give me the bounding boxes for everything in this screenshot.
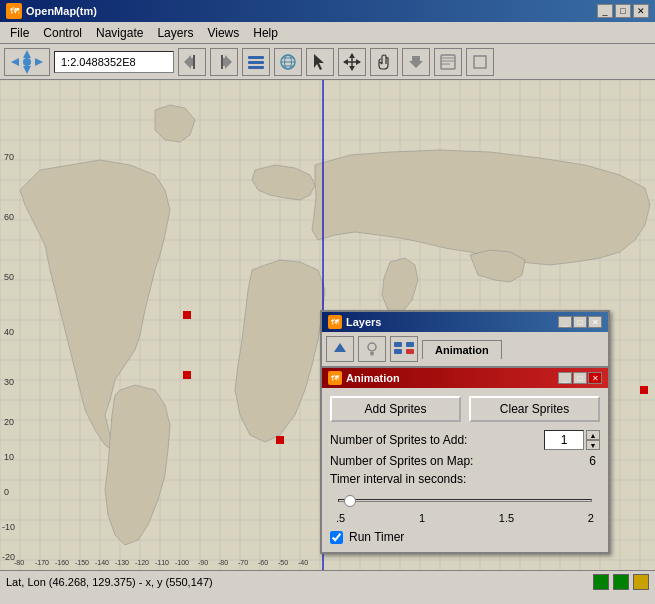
status-text: Lat, Lon (46.268, 129.375) - x, y (550,1… [6, 576, 213, 588]
animation-icon: 🗺 [328, 371, 342, 385]
svg-marker-19 [314, 54, 324, 70]
svg-rect-126 [406, 342, 414, 347]
svg-text:60: 60 [4, 212, 14, 222]
svg-marker-2 [11, 58, 19, 66]
run-timer-checkbox[interactable] [330, 531, 343, 544]
svg-text:-160: -160 [55, 559, 69, 566]
svg-marker-120 [334, 343, 346, 352]
zoom-value: 1:2.0488352E8 [61, 56, 136, 68]
menu-navigate[interactable]: Navigate [90, 24, 149, 42]
slider-track [338, 499, 592, 502]
layers-panel-minimize[interactable]: _ [558, 316, 572, 328]
status-indicator-2 [613, 574, 629, 590]
slider-labels: .5 1 1.5 2 [330, 512, 600, 524]
layers-button[interactable] [242, 48, 270, 76]
add-sprites-button[interactable]: Add Sprites [330, 396, 461, 422]
status-indicator-1 [593, 574, 609, 590]
svg-text:-120: -120 [135, 559, 149, 566]
spin-up[interactable]: ▲ [586, 430, 600, 440]
run-timer-row: Run Timer [330, 530, 600, 544]
svg-rect-30 [474, 56, 486, 68]
num-sprites-value: 1 [544, 430, 584, 450]
menu-views[interactable]: Views [201, 24, 245, 42]
svg-text:50: 50 [4, 272, 14, 282]
svg-text:-40: -40 [298, 559, 308, 566]
nav-back-button[interactable] [178, 48, 206, 76]
layers-panel-title: Layers [346, 316, 558, 328]
svg-marker-24 [343, 59, 348, 65]
slider-label-mid2: 1.5 [499, 512, 514, 524]
svg-point-4 [23, 58, 31, 66]
title-bar: 🗺 OpenMap(tm) _ □ ✕ [0, 0, 655, 22]
app-icon: 🗺 [6, 3, 22, 19]
slider-thumb[interactable] [344, 495, 356, 507]
timer-slider-section: Timer interval in seconds: .5 1 1.5 2 [330, 472, 600, 524]
svg-marker-5 [184, 55, 191, 69]
layers-light-button[interactable] [358, 336, 386, 362]
svg-text:0: 0 [4, 487, 9, 497]
svg-text:-70: -70 [238, 559, 248, 566]
animation-title: Animation [346, 372, 558, 384]
animation-minimize[interactable]: _ [558, 372, 572, 384]
nav-forward-button[interactable] [210, 48, 238, 76]
minimize-button[interactable]: _ [597, 4, 613, 18]
svg-marker-23 [349, 66, 355, 71]
layers-animation-tab[interactable]: Animation [422, 340, 502, 359]
maximize-button[interactable]: □ [615, 4, 631, 18]
svg-rect-104 [640, 386, 648, 394]
svg-marker-8 [225, 55, 232, 69]
svg-text:20: 20 [4, 417, 14, 427]
menu-file[interactable]: File [4, 24, 35, 42]
menu-help[interactable]: Help [247, 24, 284, 42]
svg-rect-123 [371, 354, 374, 356]
animation-body: Add Sprites Clear Sprites Number of Spri… [322, 388, 608, 552]
svg-marker-22 [349, 53, 355, 58]
pan-tool-button[interactable] [402, 48, 430, 76]
nav-cluster-icon[interactable] [4, 48, 50, 76]
animation-maximize[interactable]: □ [573, 372, 587, 384]
svg-rect-127 [406, 349, 414, 354]
svg-rect-9 [223, 58, 225, 66]
select-tool-button[interactable] [306, 48, 334, 76]
hand-tool-button[interactable] [370, 48, 398, 76]
slider-label-max: 2 [588, 512, 594, 524]
close-button[interactable]: ✕ [633, 4, 649, 18]
menu-layers[interactable]: Layers [151, 24, 199, 42]
num-sprites-spinner[interactable]: ▲ ▼ [586, 430, 600, 450]
move-tool-button[interactable] [338, 48, 366, 76]
svg-text:-130: -130 [115, 559, 129, 566]
menu-control[interactable]: Control [37, 24, 88, 42]
layers-panel-title-bar: 🗺 Layers _ □ ✕ [322, 312, 608, 332]
svg-text:-110: -110 [155, 559, 169, 566]
layers-panel-maximize[interactable]: □ [573, 316, 587, 328]
svg-text:-100: -100 [175, 559, 189, 566]
layers-up-button[interactable] [326, 336, 354, 362]
status-indicator-3 [633, 574, 649, 590]
run-timer-label[interactable]: Run Timer [349, 530, 404, 544]
svg-rect-7 [193, 55, 195, 69]
svg-text:-170: -170 [35, 559, 49, 566]
layers-panel-close[interactable]: ✕ [588, 316, 602, 328]
layers-toolbar: Animation [322, 332, 608, 367]
svg-text:-60: -60 [258, 559, 268, 566]
spin-down[interactable]: ▼ [586, 440, 600, 450]
animation-title-bar: 🗺 Animation _ □ ✕ [322, 368, 608, 388]
globe-button[interactable] [274, 48, 302, 76]
svg-rect-12 [248, 61, 264, 64]
map-area[interactable]: 70 60 50 40 30 20 10 0 -10 -20 [0, 80, 655, 570]
svg-text:-150: -150 [75, 559, 89, 566]
svg-text:-80: -80 [14, 559, 24, 566]
animation-panel: 🗺 Animation _ □ ✕ Add Sprites Clear Spri… [322, 367, 608, 552]
zoom-display: 1:2.0488352E8 [54, 51, 174, 73]
layers-panel-icon: 🗺 [328, 315, 342, 329]
num-sprites-label: Number of Sprites to Add: [330, 433, 544, 447]
timer-slider-container[interactable] [330, 490, 600, 510]
animation-close[interactable]: ✕ [588, 372, 602, 384]
svg-rect-122 [370, 352, 374, 354]
slider-label-min: .5 [336, 512, 345, 524]
shape-button[interactable] [466, 48, 494, 76]
clear-sprites-button[interactable]: Clear Sprites [469, 396, 600, 422]
info-button[interactable] [434, 48, 462, 76]
layers-icon-button[interactable] [390, 336, 418, 362]
status-bar: Lat, Lon (46.268, 129.375) - x, y (550,1… [0, 570, 655, 592]
